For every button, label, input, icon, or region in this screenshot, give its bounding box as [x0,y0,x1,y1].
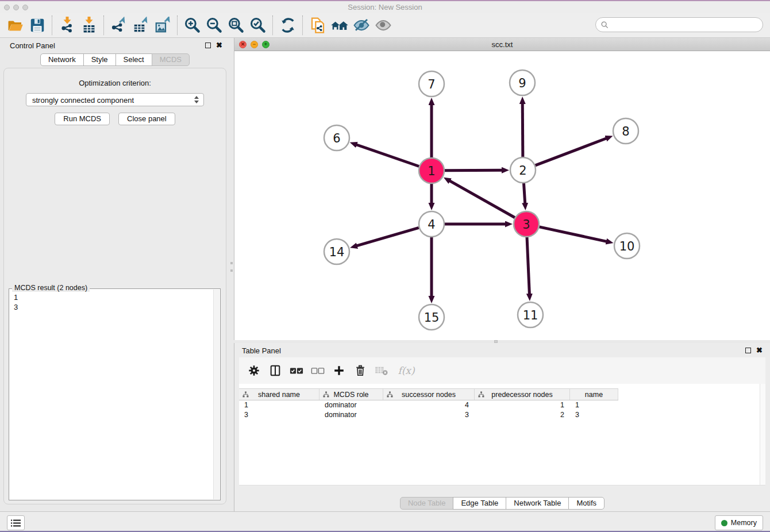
memory-label: Memory [731,519,757,527]
table-vertical-scrollbar[interactable] [760,384,765,485]
save-icon [29,17,46,34]
graph-node-14[interactable]: 14 [324,239,349,264]
deselect-all-button[interactable] [310,363,326,379]
float-panel-icon[interactable] [205,43,211,48]
network-view-window: ✕ − + scc.txt 7968124314101511 [234,38,770,340]
vertical-splitter[interactable] [230,38,234,510]
graph-node-11[interactable]: 11 [518,302,543,327]
show-columns-button[interactable] [267,363,283,379]
copy-network-button[interactable] [307,15,329,36]
table-cell: dominator [319,400,383,410]
delete-row-button[interactable] [352,363,368,379]
tab-network-table[interactable]: Network Table [506,497,569,510]
float-panel-icon[interactable] [745,348,751,353]
table-row[interactable]: 1dominator411 [239,400,618,410]
graph-node-label: 4 [428,218,435,232]
zoom-out-button[interactable] [203,15,225,36]
add-row-button[interactable] [331,363,347,379]
graph-node-6[interactable]: 6 [324,125,349,151]
graph-edge-1-6[interactable] [356,145,419,167]
zoom-selected-button[interactable] [247,15,269,36]
graph-edge-1-2[interactable] [445,170,502,171]
network-canvas[interactable]: 7968124314101511 [234,51,770,340]
graph-node-2[interactable]: 2 [510,157,536,183]
close-panel-icon[interactable]: ✖ [216,41,222,49]
graph-edge-2-3[interactable] [523,183,525,203]
checked-boxes-icon [290,366,303,375]
tab-mcds[interactable]: MCDS [152,53,190,66]
tab-select[interactable]: Select [116,53,152,66]
delete-table-button[interactable] [374,363,390,379]
export-network-button[interactable] [108,15,130,36]
show-all-button[interactable] [372,15,394,36]
toolbar-separator [177,16,178,35]
graph-edge-2-9[interactable] [522,103,523,157]
graph-node-label: 9 [518,76,526,90]
graph-node-4[interactable]: 4 [419,211,444,237]
network-graph[interactable]: 7968124314101511 [234,51,770,340]
function-builder-button[interactable]: f(x) [395,363,418,379]
tab-style[interactable]: Style [83,53,116,66]
column-header-predecessor-nodes[interactable]: predecessor nodes [475,389,570,400]
column-header-name[interactable]: name [570,389,618,400]
run-mcds-button[interactable]: Run MCDS [55,113,110,125]
search-field[interactable] [595,17,763,32]
optimization-criterion-label: Optimization criterion: [4,79,226,87]
graph-edge-2-8[interactable] [536,138,607,165]
zoom-in-button[interactable] [182,15,203,36]
export-table-button[interactable] [130,15,152,36]
toolbar-separator [103,16,105,35]
close-panel-button[interactable]: Close panel [118,113,175,125]
task-history-button[interactable] [7,515,25,530]
zoom-fit-button[interactable] [225,15,247,36]
table-horizontal-scrollbar[interactable] [239,485,765,495]
open-session-button[interactable] [5,15,26,36]
column-header-successor-nodes[interactable]: successor nodes [383,389,475,400]
graph-node-15[interactable]: 15 [419,304,444,330]
hide-selected-button[interactable] [351,15,372,36]
tab-network[interactable]: Network [40,53,84,66]
column-header-MCDS-role[interactable]: MCDS role [319,389,383,400]
graph-edge-3-11[interactable] [527,237,529,294]
attribute-tree-icon [387,391,393,398]
criterion-select[interactable]: strongly connected component [26,93,204,106]
search-input[interactable] [609,20,749,30]
graph-node-1[interactable]: 1 [419,158,444,183]
graph-node-3[interactable]: 3 [514,211,539,237]
import-table-button[interactable] [78,15,100,36]
graph-edge-3-10[interactable] [539,227,606,241]
column-header-shared-name[interactable]: shared name [239,389,319,400]
result-scrollbar[interactable] [213,290,220,499]
select-all-button[interactable] [288,363,305,379]
graph-node-9[interactable]: 9 [510,70,535,95]
refresh-button[interactable] [277,15,299,36]
graph-node-label: 14 [329,245,345,259]
graph-node-7[interactable]: 7 [419,71,444,97]
app-title: Session: New Session [0,3,770,11]
table-panel: Table Panel ✖ [234,343,770,511]
save-session-button[interactable] [26,15,48,36]
columns-icon [269,364,282,377]
toolbar-separator [52,16,53,35]
tab-node-table[interactable]: Node Table [400,497,454,510]
table-settings-button[interactable] [246,363,262,379]
graph-node-10[interactable]: 10 [614,233,640,259]
tab-motifs[interactable]: Motifs [568,497,605,510]
export-image-button[interactable] [152,15,174,36]
import-network-button[interactable] [56,15,78,36]
import-network-icon [59,17,76,34]
graph-edge-3-1[interactable] [449,181,515,218]
mcds-result-list: 13 [9,289,220,315]
table-cell: 1 [475,400,570,410]
control-panel-header: Control Panel ✖ [0,38,230,53]
table-row[interactable]: 3dominator323 [239,410,618,420]
tab-edge-table[interactable]: Edge Table [453,497,506,510]
column-header-label: name [585,391,603,399]
graph-edge-4-14[interactable] [357,228,419,246]
memory-button[interactable]: Memory [715,515,763,530]
home-layout-button[interactable] [329,15,351,36]
close-panel-icon[interactable]: ✖ [756,346,763,354]
graph-node-8[interactable]: 8 [613,118,638,144]
unchecked-boxes-icon [311,366,325,375]
column-header-label: MCDS role [333,391,368,399]
